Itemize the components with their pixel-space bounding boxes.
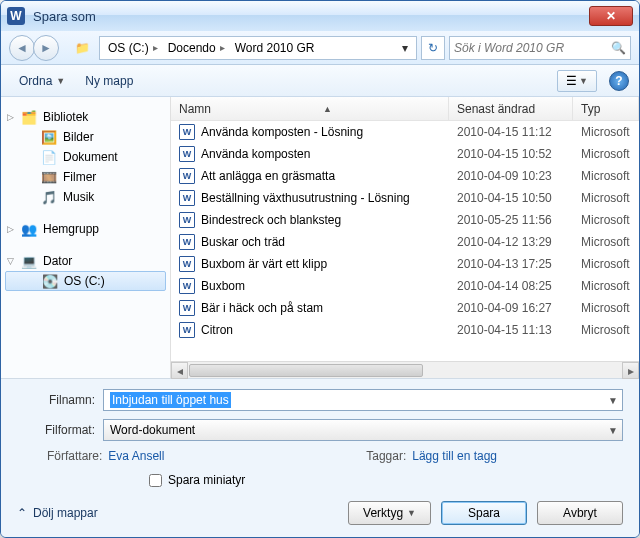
file-type: Microsoft (573, 169, 639, 183)
file-date: 2010-04-15 11:12 (449, 125, 573, 139)
file-type: Microsoft (573, 191, 639, 205)
sidebar-documents[interactable]: 📄Dokument (1, 147, 170, 167)
arrow-right-icon: ► (40, 41, 52, 55)
filename-input[interactable]: Inbjudan till öppet hus ▼ (103, 389, 623, 411)
chevron-down-icon: ▼ (608, 425, 618, 436)
file-name: Använda komposten - Lösning (201, 125, 363, 139)
explorer-body: ▷🗂️Bibliotek 🖼️Bilder 📄Dokument 🎞️Filmer… (1, 97, 639, 378)
file-list: Namn▲ Senast ändrad Typ WAnvända kompost… (171, 97, 639, 378)
column-modified[interactable]: Senast ändrad (449, 97, 573, 120)
forward-button[interactable]: ► (33, 35, 59, 61)
word-doc-icon: W (179, 146, 195, 162)
column-label: Namn (179, 102, 211, 116)
file-date: 2010-04-13 17:25 (449, 257, 573, 271)
file-type: Microsoft (573, 213, 639, 227)
file-row[interactable]: WBeställning växthusutrustning - Lösning… (171, 187, 639, 209)
file-row[interactable]: WAnvända komposten - Lösning2010-04-15 1… (171, 121, 639, 143)
navigation-pane: ▷🗂️Bibliotek 🖼️Bilder 📄Dokument 🎞️Filmer… (1, 97, 171, 378)
chevron-down-icon[interactable]: ▼ (608, 395, 618, 406)
file-name: Att anlägga en gräsmatta (201, 169, 335, 183)
list-view-icon: ☰ (566, 74, 577, 88)
search-input[interactable] (454, 41, 611, 55)
word-doc-icon: W (179, 124, 195, 140)
file-date: 2010-04-15 10:50 (449, 191, 573, 205)
sidebar-pictures[interactable]: 🖼️Bilder (1, 127, 170, 147)
search-box[interactable]: 🔍 (449, 36, 631, 60)
new-folder-button[interactable]: Ny mapp (77, 70, 141, 92)
file-row[interactable]: WBär i häck och på stam2010-04-09 16:27M… (171, 297, 639, 319)
file-date: 2010-04-12 13:29 (449, 235, 573, 249)
file-name: Använda komposten (201, 147, 310, 161)
libraries-icon: 🗂️ (21, 110, 37, 124)
organize-button[interactable]: Ordna▼ (11, 70, 73, 92)
author-value[interactable]: Eva Ansell (108, 449, 164, 463)
file-row[interactable]: WBuskar och träd2010-04-12 13:29Microsof… (171, 231, 639, 253)
titlebar: W Spara som ✕ (1, 1, 639, 31)
file-date: 2010-04-15 11:13 (449, 323, 573, 337)
sidebar-homegroup[interactable]: ▷👥Hemgrupp (1, 219, 170, 239)
refresh-button[interactable]: ↻ (421, 36, 445, 60)
sidebar-music[interactable]: 🎵Musik (1, 187, 170, 207)
sidebar-drive-os-c[interactable]: 💽OS (C:) (5, 271, 166, 291)
close-icon: ✕ (606, 9, 616, 23)
hide-folders-label: Dölj mappar (33, 506, 98, 520)
close-button[interactable]: ✕ (589, 6, 633, 26)
search-icon: 🔍 (611, 41, 626, 55)
file-row[interactable]: WAtt anlägga en gräsmatta2010-04-09 10:2… (171, 165, 639, 187)
file-date: 2010-05-25 11:56 (449, 213, 573, 227)
horizontal-scrollbar[interactable]: ◂ ▸ (171, 361, 639, 378)
cancel-button[interactable]: Avbryt (537, 501, 623, 525)
sidebar-label: Hemgrupp (43, 222, 99, 236)
breadcrumb-segment[interactable]: Docendo▸ (164, 39, 229, 57)
documents-icon: 📄 (41, 150, 57, 164)
tags-value[interactable]: Lägg till en tagg (412, 449, 497, 463)
file-row[interactable]: WAnvända komposten2010-04-15 10:52Micros… (171, 143, 639, 165)
file-type: Microsoft (573, 323, 639, 337)
filename-value: Inbjudan till öppet hus (110, 392, 231, 408)
file-row[interactable]: WBuxbom är värt ett klipp2010-04-13 17:2… (171, 253, 639, 275)
breadcrumb-segment[interactable]: OS (C:)▸ (104, 39, 162, 57)
scroll-left-button[interactable]: ◂ (171, 362, 188, 379)
toolbar: Ordna▼ Ny mapp ☰▼ ? (1, 65, 639, 97)
filetype-select[interactable]: Word-dokument ▼ (103, 419, 623, 441)
computer-icon: 💻 (21, 254, 37, 268)
sidebar-libraries[interactable]: ▷🗂️Bibliotek (1, 107, 170, 127)
file-row[interactable]: WBuxbom2010-04-14 08:25Microsoft (171, 275, 639, 297)
save-form: Filnamn: Inbjudan till öppet hus ▼ Filfo… (1, 378, 639, 537)
scrollbar-thumb[interactable] (189, 364, 423, 377)
file-row[interactable]: WBindestreck och blanksteg2010-05-25 11:… (171, 209, 639, 231)
view-options-button[interactable]: ☰▼ (557, 70, 597, 92)
breadcrumb[interactable]: OS (C:)▸ Docendo▸ Word 2010 GR ▾ (99, 36, 417, 60)
breadcrumb-dropdown[interactable]: ▾ (398, 41, 412, 55)
column-headers: Namn▲ Senast ändrad Typ (171, 97, 639, 121)
save-as-dialog: W Spara som ✕ ◄ ► 📁 OS (C:)▸ Docendo▸ Wo… (0, 0, 640, 538)
file-type: Microsoft (573, 279, 639, 293)
author-label: Författare: (47, 449, 102, 463)
save-button[interactable]: Spara (441, 501, 527, 525)
filetype-value: Word-dokument (110, 423, 195, 437)
back-button[interactable]: ◄ (9, 35, 35, 61)
arrow-left-icon: ◄ (16, 41, 28, 55)
tools-label: Verktyg (363, 506, 403, 520)
nav-buttons: ◄ ► (9, 35, 59, 61)
sidebar-videos[interactable]: 🎞️Filmer (1, 167, 170, 187)
column-name[interactable]: Namn▲ (171, 97, 449, 120)
sidebar-label: Dator (43, 254, 72, 268)
sidebar-computer[interactable]: ▽💻Dator (1, 251, 170, 271)
new-folder-label: Ny mapp (85, 74, 133, 88)
column-type[interactable]: Typ (573, 97, 639, 120)
file-row[interactable]: WCitron2010-04-15 11:13Microsoft (171, 319, 639, 341)
file-name: Bär i häck och på stam (201, 301, 323, 315)
file-name: Buxbom är värt ett klipp (201, 257, 327, 271)
tools-button[interactable]: Verktyg▼ (348, 501, 431, 525)
word-doc-icon: W (179, 256, 195, 272)
help-button[interactable]: ? (609, 71, 629, 91)
sort-indicator-icon: ▲ (323, 104, 332, 114)
file-type: Microsoft (573, 147, 639, 161)
save-thumbnail-checkbox[interactable] (149, 474, 162, 487)
breadcrumb-segment[interactable]: Word 2010 GR (231, 39, 319, 57)
scroll-right-button[interactable]: ▸ (622, 362, 639, 379)
music-icon: 🎵 (41, 190, 57, 204)
hide-folders-button[interactable]: ⌃Dölj mappar (17, 506, 98, 520)
film-icon: 🎞️ (41, 170, 57, 184)
